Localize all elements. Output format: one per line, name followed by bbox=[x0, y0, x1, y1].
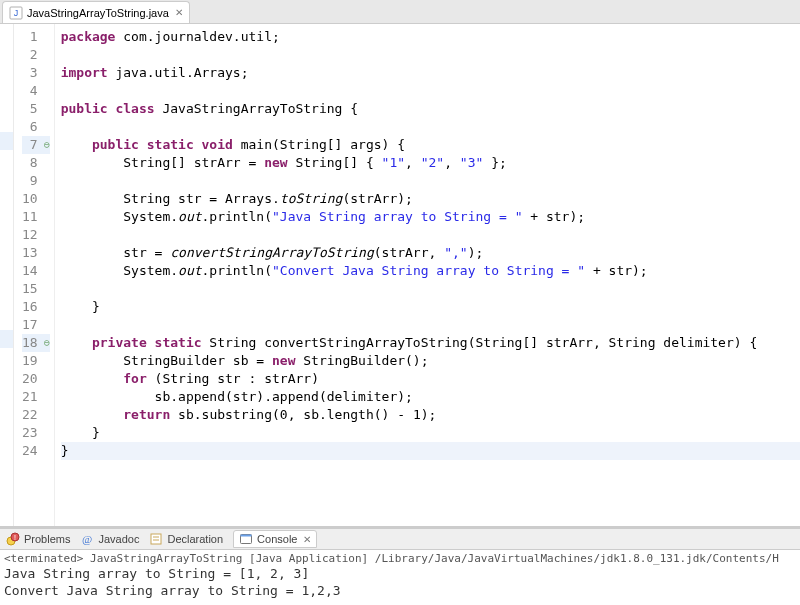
line-number: 3 bbox=[22, 64, 50, 82]
line-number: 23 bbox=[22, 424, 50, 442]
code-line[interactable]: System.out.println("Java String array to… bbox=[61, 208, 800, 226]
line-number: 24 bbox=[22, 442, 50, 460]
line-number: 20 bbox=[22, 370, 50, 388]
console-status: <terminated> JavaStringArrayToString [Ja… bbox=[4, 552, 796, 565]
close-icon[interactable]: ✕ bbox=[303, 534, 311, 545]
svg-rect-8 bbox=[241, 535, 252, 537]
line-number: 15 bbox=[22, 280, 50, 298]
problems-icon: ! bbox=[6, 532, 20, 546]
line-number: 8 bbox=[22, 154, 50, 172]
editor-tab[interactable]: J JavaStringArrayToString.java ✕ bbox=[2, 1, 190, 23]
code-line[interactable]: return sb.substring(0, sb.length() - 1); bbox=[61, 406, 800, 424]
code-line[interactable] bbox=[61, 226, 800, 244]
svg-text:J: J bbox=[14, 8, 19, 18]
editor-tab-bar: J JavaStringArrayToString.java ✕ bbox=[0, 0, 800, 24]
console-view: <terminated> JavaStringArrayToString [Ja… bbox=[0, 550, 800, 605]
tab-declaration-label: Declaration bbox=[167, 533, 223, 545]
line-number: 18⊖ bbox=[22, 334, 50, 352]
line-number: 6 bbox=[22, 118, 50, 136]
editor-tab-label: JavaStringArrayToString.java bbox=[27, 7, 169, 19]
declaration-icon bbox=[149, 532, 163, 546]
line-number-gutter: 1234567⊖89101112131415161718⊖19202122232… bbox=[14, 24, 55, 526]
line-number: 22 bbox=[22, 406, 50, 424]
code-area[interactable]: package com.journaldev.util;import java.… bbox=[55, 24, 800, 526]
code-editor[interactable]: 1234567⊖89101112131415161718⊖19202122232… bbox=[0, 24, 800, 528]
line-number: 21 bbox=[22, 388, 50, 406]
code-line[interactable]: package com.journaldev.util; bbox=[61, 28, 800, 46]
code-line[interactable]: System.out.println("Convert Java String … bbox=[61, 262, 800, 280]
line-number: 9 bbox=[22, 172, 50, 190]
console-icon bbox=[239, 532, 253, 546]
line-number: 17 bbox=[22, 316, 50, 334]
code-line[interactable]: } bbox=[61, 442, 800, 460]
fold-toggle-icon[interactable]: ⊖ bbox=[40, 136, 50, 154]
code-line[interactable] bbox=[61, 280, 800, 298]
svg-rect-6 bbox=[151, 534, 161, 544]
code-line[interactable]: } bbox=[61, 424, 800, 442]
tab-console[interactable]: Console ✕ bbox=[233, 530, 317, 548]
code-line[interactable]: String str = Arrays.toString(strArr); bbox=[61, 190, 800, 208]
line-number: 13 bbox=[22, 244, 50, 262]
tab-problems[interactable]: ! Problems bbox=[6, 532, 70, 546]
code-line[interactable]: import java.util.Arrays; bbox=[61, 64, 800, 82]
line-number: 1 bbox=[22, 28, 50, 46]
code-line[interactable]: public class JavaStringArrayToString { bbox=[61, 100, 800, 118]
line-number: 2 bbox=[22, 46, 50, 64]
line-number: 10 bbox=[22, 190, 50, 208]
line-number: 16 bbox=[22, 298, 50, 316]
tab-javadoc-label: Javadoc bbox=[98, 533, 139, 545]
tab-javadoc[interactable]: @ Javadoc bbox=[80, 532, 139, 546]
line-number: 11 bbox=[22, 208, 50, 226]
fold-toggle-icon[interactable]: ⊖ bbox=[40, 334, 50, 352]
line-number: 19 bbox=[22, 352, 50, 370]
svg-text:!: ! bbox=[14, 534, 16, 541]
line-number: 12 bbox=[22, 226, 50, 244]
svg-text:@: @ bbox=[82, 533, 92, 545]
code-line[interactable] bbox=[61, 316, 800, 334]
code-line[interactable]: str = convertStringArrayToString(strArr,… bbox=[61, 244, 800, 262]
bottom-view-tabs: ! Problems @ Javadoc Declaration Console… bbox=[0, 528, 800, 550]
code-line[interactable]: public static void main(String[] args) { bbox=[61, 136, 800, 154]
line-number: 5 bbox=[22, 100, 50, 118]
code-line[interactable]: String[] strArr = new String[] { "1", "2… bbox=[61, 154, 800, 172]
line-number: 7⊖ bbox=[22, 136, 50, 154]
line-number: 4 bbox=[22, 82, 50, 100]
console-output-line: Convert Java String array to String = 1,… bbox=[4, 582, 796, 599]
close-icon[interactable]: ✕ bbox=[175, 7, 183, 18]
code-line[interactable]: } bbox=[61, 298, 800, 316]
java-file-icon: J bbox=[9, 6, 23, 20]
code-line[interactable]: sb.append(str).append(delimiter); bbox=[61, 388, 800, 406]
tab-declaration[interactable]: Declaration bbox=[149, 532, 223, 546]
code-line[interactable]: for (String str : strArr) bbox=[61, 370, 800, 388]
code-line[interactable] bbox=[61, 118, 800, 136]
code-line[interactable]: private static String convertStringArray… bbox=[61, 334, 800, 352]
javadoc-icon: @ bbox=[80, 532, 94, 546]
code-line[interactable] bbox=[61, 82, 800, 100]
console-output-line: Java String array to String = [1, 2, 3] bbox=[4, 565, 796, 582]
tab-problems-label: Problems bbox=[24, 533, 70, 545]
tab-console-label: Console bbox=[257, 533, 297, 545]
code-line[interactable]: StringBuilder sb = new StringBuilder(); bbox=[61, 352, 800, 370]
line-number: 14 bbox=[22, 262, 50, 280]
code-line[interactable] bbox=[61, 46, 800, 64]
marker-column bbox=[0, 24, 14, 526]
code-line[interactable] bbox=[61, 172, 800, 190]
